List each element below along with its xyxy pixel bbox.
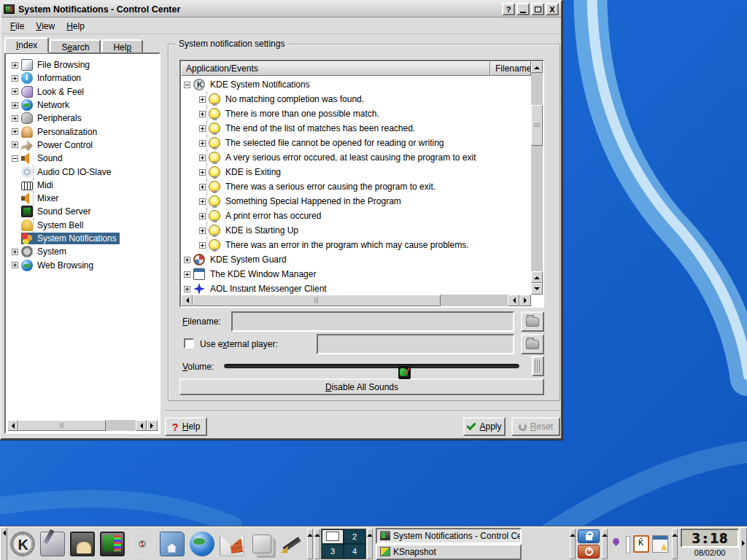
- app-row[interactable]: KDE System Guard: [181, 252, 531, 267]
- plus-expander-icon[interactable]: [199, 169, 206, 176]
- scrollbar-thumb[interactable]: [531, 105, 543, 146]
- home-folder-launcher[interactable]: [157, 529, 187, 559]
- sidebar-item-midi[interactable]: Midi: [7, 179, 158, 192]
- help-dialog-button[interactable]: ? Help: [165, 417, 207, 436]
- tray-organizer-icon[interactable]: [652, 535, 668, 553]
- control-center-launcher[interactable]: [97, 529, 127, 559]
- close-button[interactable]: X: [546, 3, 559, 15]
- minus-expander-icon[interactable]: [184, 82, 190, 88]
- plus-expander-icon[interactable]: [199, 242, 206, 249]
- scroll-left-button[interactable]: [7, 420, 18, 431]
- volume-slider-track[interactable]: [224, 364, 519, 368]
- pen-tablet-launcher[interactable]: [37, 529, 67, 559]
- kmail-launcher[interactable]: [217, 529, 247, 559]
- editor-launcher[interactable]: [276, 529, 306, 559]
- scroll-left-button-2[interactable]: [136, 420, 147, 431]
- documents-launcher[interactable]: [247, 529, 276, 559]
- plus-expander-icon[interactable]: [199, 111, 206, 117]
- lock-screen-button[interactable]: [578, 529, 600, 543]
- plus-expander-icon[interactable]: [12, 262, 18, 268]
- plus-expander-icon[interactable]: [199, 184, 206, 190]
- applet-handle[interactable]: [367, 529, 373, 559]
- plus-expander-icon[interactable]: [12, 141, 18, 148]
- sidebar-item-peripherals[interactable]: Peripherals: [7, 112, 158, 125]
- sidebar-horizontal-scrollbar[interactable]: [7, 420, 158, 431]
- scroll-left-button[interactable]: [181, 295, 193, 306]
- applet-handle[interactable]: [602, 529, 608, 559]
- pager-desktop-3[interactable]: 3: [322, 544, 344, 559]
- scroll-up-button[interactable]: [531, 61, 543, 73]
- app-row[interactable]: AOL Instant Messenger Client: [181, 281, 531, 295]
- event-row[interactable]: KDE is Exiting: [181, 165, 531, 179]
- k-menu-button[interactable]: [7, 529, 37, 559]
- scroll-down-button[interactable]: [531, 283, 543, 295]
- menu-view[interactable]: View: [30, 20, 61, 33]
- tab-search[interactable]: Search: [50, 39, 101, 53]
- plus-expander-icon[interactable]: [199, 213, 206, 219]
- konqueror-launcher[interactable]: [187, 529, 217, 559]
- event-row[interactable]: No matching completion was found.: [181, 92, 531, 106]
- help-button[interactable]: ?: [502, 3, 515, 15]
- minus-expander-icon[interactable]: [12, 155, 18, 162]
- task-button-ksnapshot[interactable]: KSnapshot: [376, 544, 522, 560]
- sidebar-item-network[interactable]: Network: [7, 98, 158, 112]
- event-row[interactable]: There is more than one possible match.: [181, 106, 531, 121]
- plus-expander-icon[interactable]: [12, 128, 18, 135]
- plus-expander-icon[interactable]: [12, 102, 18, 109]
- column-header-application-events[interactable]: Application/Events: [181, 61, 490, 76]
- plus-expander-icon[interactable]: [12, 249, 18, 255]
- pager-desktop-2[interactable]: 2: [344, 529, 365, 544]
- app-row[interactable]: KDE System Notifications: [181, 77, 531, 92]
- event-row[interactable]: KDE is Starting Up: [181, 223, 531, 238]
- tray-plug-icon[interactable]: [611, 535, 622, 553]
- scrollbar-thumb[interactable]: [193, 295, 441, 306]
- sidebar-item-system[interactable]: System: [7, 245, 158, 258]
- pager-desktop-1[interactable]: [322, 529, 344, 544]
- event-row[interactable]: A very serious error occured, at least c…: [181, 150, 531, 165]
- sidebar-item-file-browsing[interactable]: File Browsing: [7, 58, 158, 71]
- sidebar-item-sound[interactable]: Sound: [7, 152, 158, 165]
- sidebar-item-system-notifications[interactable]: System Notifications: [7, 232, 158, 245]
- task-button-system-notifications-control-c[interactable]: System Notifications - Control Cente: [376, 528, 522, 544]
- scroll-left-button-2[interactable]: [508, 295, 519, 306]
- applet-handle[interactable]: [314, 529, 320, 559]
- external-player-browse-button[interactable]: [521, 334, 544, 354]
- disable-all-sounds-button[interactable]: Disable All Sounds: [179, 378, 544, 395]
- pager-desktop-4[interactable]: 4: [344, 544, 365, 559]
- sidebar-item-audio-cd-io-slave[interactable]: Audio CD IO-Slave: [7, 165, 158, 178]
- menu-file[interactable]: File: [4, 20, 30, 33]
- scroll-up-button-2[interactable]: [531, 271, 543, 283]
- scrollbar-track[interactable]: [441, 295, 508, 306]
- column-header-filename[interactable]: Filename: [490, 61, 531, 76]
- plus-expander-icon[interactable]: [184, 271, 190, 278]
- tab-help[interactable]: Help: [101, 39, 143, 53]
- plus-expander-icon[interactable]: [12, 88, 18, 95]
- menu-help[interactable]: Help: [61, 20, 90, 33]
- tray-klipper-icon[interactable]: [633, 535, 649, 553]
- plus-expander-icon[interactable]: [12, 115, 18, 122]
- list-horizontal-scrollbar[interactable]: [181, 295, 531, 306]
- app-row[interactable]: The KDE Window Manager: [181, 267, 531, 281]
- titlebar[interactable]: System Notifications - Control Center ? …: [1, 1, 561, 18]
- tray-bar-icon[interactable]: [624, 535, 630, 553]
- help-launcher[interactable]: [127, 529, 157, 559]
- filename-browse-button[interactable]: [521, 311, 544, 332]
- plus-expander-icon[interactable]: [199, 140, 206, 147]
- plus-expander-icon[interactable]: [199, 125, 206, 132]
- applet-handle[interactable]: [672, 529, 678, 559]
- plus-expander-icon[interactable]: [199, 155, 206, 161]
- logout-button[interactable]: [578, 545, 600, 559]
- external-player-input[interactable]: [317, 334, 514, 354]
- plus-expander-icon[interactable]: [199, 198, 206, 205]
- minimize-button[interactable]: [516, 3, 530, 15]
- plus-expander-icon[interactable]: [12, 62, 18, 69]
- scroll-right-button[interactable]: [147, 420, 158, 431]
- applet-handle[interactable]: [307, 529, 313, 559]
- clock-applet[interactable]: 3:18 08/02/00: [680, 529, 740, 559]
- sidebar-item-information[interactable]: Information: [7, 71, 158, 85]
- event-row[interactable]: There was a serious error causing the pr…: [181, 179, 531, 194]
- apply-button[interactable]: Apply: [463, 417, 506, 436]
- sidebar-item-system-bell[interactable]: System Bell: [7, 219, 158, 232]
- panel-hide-left-button[interactable]: [0, 527, 7, 560]
- volume-slider-handle[interactable]: [532, 356, 544, 376]
